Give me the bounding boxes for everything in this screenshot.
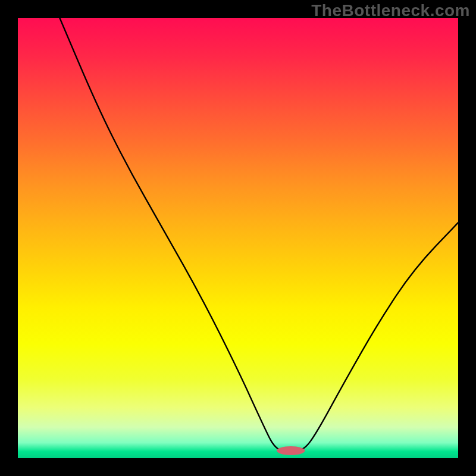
chart-stage: TheBottleneck.com [0,0,476,476]
plot-background [18,18,458,458]
optimal-point-marker [277,446,305,455]
bottleneck-chart [0,0,476,476]
watermark-text: TheBottleneck.com [311,1,470,20]
